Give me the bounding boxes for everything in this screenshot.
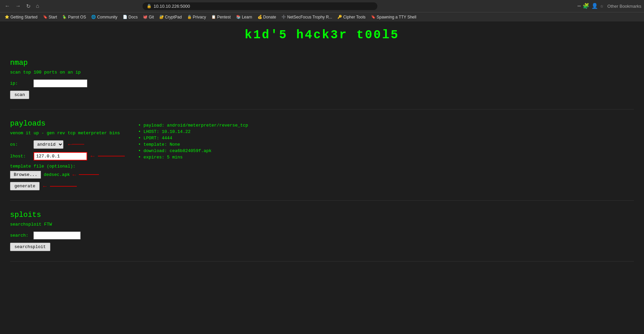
payload-info-template: template: None	[138, 142, 634, 147]
getting-started-label: Getting Started	[10, 15, 38, 19]
generate-arrow-line	[50, 186, 77, 187]
cryptpad-label: CryptPad	[165, 15, 182, 19]
payloads-info-panel: payload: android/meterpreter/reverse_tcp…	[138, 120, 634, 190]
lhost-arrow-annotation: ←	[91, 152, 95, 160]
nmap-ip-row: ip:	[10, 80, 634, 87]
donate-label: Donate	[263, 15, 276, 19]
bookmark-donate[interactable]: 💰 Donate	[256, 14, 278, 20]
payloads-template-container: template file (optional): Browse... deds…	[10, 164, 125, 179]
sploits-search-row: search:	[10, 232, 634, 239]
netsecfocus-icon: ➕	[281, 15, 286, 19]
forward-button[interactable]: →	[13, 2, 23, 10]
git-label: Git	[149, 15, 154, 19]
payload-info-lport: LPORT: 4444	[138, 136, 634, 141]
profile-icon[interactable]: 👤	[591, 3, 598, 9]
sploits-searchsploit-button[interactable]: searchsploit	[10, 243, 50, 251]
payloads-template-label: template file (optional):	[10, 164, 125, 169]
payload-info-list: payload: android/meterpreter/reverse_tcp…	[138, 123, 634, 160]
payloads-generate-row: generate ←	[10, 182, 125, 190]
payloads-browse-button[interactable]: Browse...	[10, 171, 41, 179]
payloads-generate-button[interactable]: generate	[10, 182, 40, 190]
payloads-title: payloads	[10, 120, 125, 128]
bookmark-star-icon[interactable]: ☆	[600, 3, 603, 9]
sploits-title: sploits	[10, 211, 634, 219]
file-arrow-annotation: ←	[72, 172, 76, 178]
nmap-section: nmap scan top 100 ports on an ip ip: sca…	[10, 52, 634, 109]
payloads-description: venom it up - gen rev tcp meterpreter bi…	[10, 131, 125, 136]
start-label: Start	[49, 15, 57, 19]
payloads-lhost-label: lhost:	[10, 154, 30, 159]
nmap-description: scan top 100 ports on an ip	[10, 70, 634, 75]
parrot-os-icon: 🦜	[62, 15, 67, 19]
pentest-icon: 📋	[211, 15, 216, 19]
home-button[interactable]: ⌂	[34, 2, 41, 10]
bookmark-netsecfocus[interactable]: ➕ NetSecFocus Trophy R...	[279, 14, 334, 20]
start-icon: 🔖	[43, 15, 48, 19]
bookmark-docs[interactable]: 📄 Docs	[121, 14, 140, 20]
bookmark-community[interactable]: 🌐 Community	[89, 14, 119, 20]
more-icon[interactable]: ⋯	[578, 3, 581, 9]
tty-shell-icon: 🔖	[371, 15, 376, 19]
payloads-left: payloads venom it up - gen rev tcp meter…	[10, 120, 125, 190]
payloads-os-row: os: android windows linux mac ←───	[10, 140, 125, 149]
back-button[interactable]: ←	[3, 2, 12, 10]
payloads-lhost-input[interactable]	[34, 152, 87, 160]
bookmark-pentest[interactable]: 📋 Pentest	[209, 14, 233, 20]
bookmark-cryptpad[interactable]: 🔐 CryptPad	[157, 14, 184, 20]
browser-chrome: ← → ↻ ⌂ 🔒 10.10.10.226:5000 ⋯ 🧩 👤 ☆ Othe…	[0, 0, 644, 21]
bookmark-privacy[interactable]: 🔒 Privacy	[185, 14, 208, 20]
parrot-os-label: Parrot OS	[68, 15, 86, 19]
extensions-icon[interactable]: 🧩	[583, 3, 589, 9]
address-bar[interactable]: 🔒 10.10.10.226:5000	[143, 2, 377, 10]
lhost-arrow-line	[98, 156, 125, 156]
sploits-description: searchsploit FTW	[10, 222, 634, 227]
sploits-section: sploits searchsploit FTW search: searchs…	[10, 204, 634, 261]
privacy-label: Privacy	[193, 15, 206, 19]
bookmark-git[interactable]: 🐙 Git	[141, 14, 156, 20]
other-bookmarks-label: Other Bookmarks	[607, 4, 641, 9]
sploits-search-label: search:	[10, 233, 30, 238]
payloads-file-name: dedsec.apk	[44, 172, 70, 177]
payloads-os-select[interactable]: android windows linux mac	[34, 140, 63, 149]
community-label: Community	[97, 15, 117, 19]
cryptpad-icon: 🔐	[159, 15, 164, 19]
generate-arrow-annotation: ←	[43, 183, 47, 190]
payloads-section: payloads venom it up - gen rev tcp meter…	[10, 113, 634, 201]
security-icon: 🔒	[147, 4, 152, 9]
nmap-scan-button[interactable]: scan	[10, 91, 29, 99]
payload-info-download: download: cea6b824059f.apk	[138, 148, 634, 153]
pentest-label: Pentest	[217, 15, 231, 19]
nmap-ip-input[interactable]	[34, 80, 87, 87]
payload-info-lhost: LHOST: 10.10.14.22	[138, 129, 634, 134]
file-arrow-line	[79, 174, 99, 175]
privacy-icon: 🔒	[187, 15, 192, 19]
bookmark-learn[interactable]: 📚 Learn	[234, 14, 254, 20]
payload-info-expires: expires: 5 mins	[138, 155, 634, 160]
docs-label: Docs	[128, 15, 138, 19]
browser-actions: ⋯ 🧩 👤 ☆	[578, 3, 603, 9]
docs-icon: 📄	[123, 15, 127, 19]
learn-icon: 📚	[236, 15, 241, 19]
payloads-lhost-row: lhost: ←	[10, 152, 125, 160]
payloads-os-label: os:	[10, 142, 30, 147]
bookmark-parrot-os[interactable]: 🦜 Parrot OS	[60, 14, 88, 20]
payloads-layout: payloads venom it up - gen rev tcp meter…	[10, 120, 634, 190]
getting-started-icon: ⭐	[5, 15, 9, 19]
page-content: k1d'5 h4ck3r t00l5 nmap scan top 100 por…	[0, 21, 644, 334]
bookmarks-bar: ⭐ Getting Started 🔖 Start 🦜 Parrot OS 🌐 …	[0, 12, 644, 21]
bookmark-getting-started[interactable]: ⭐ Getting Started	[3, 14, 40, 20]
bookmark-cipher-tools[interactable]: 🔑 Cipher Tools	[335, 14, 367, 20]
page-title: k1d'5 h4ck3r t00l5	[10, 28, 634, 42]
bookmark-start[interactable]: 🔖 Start	[41, 14, 59, 20]
bookmark-tty-shell[interactable]: 🔖 Spawning a TTY Shell	[369, 14, 418, 20]
nmap-ip-label: ip:	[10, 81, 30, 86]
browser-toolbar: ← → ↻ ⌂ 🔒 10.10.10.226:5000 ⋯ 🧩 👤 ☆ Othe…	[0, 0, 644, 12]
nmap-title: nmap	[10, 59, 634, 67]
nav-buttons: ← → ↻ ⌂	[3, 2, 41, 10]
payloads-file-row: Browse... dedsec.apk ←	[10, 171, 125, 179]
refresh-button[interactable]: ↻	[24, 2, 33, 10]
learn-label: Learn	[242, 15, 252, 19]
cipher-tools-icon: 🔑	[337, 15, 342, 19]
donate-icon: 💰	[258, 15, 262, 19]
sploits-search-input[interactable]	[34, 232, 80, 239]
